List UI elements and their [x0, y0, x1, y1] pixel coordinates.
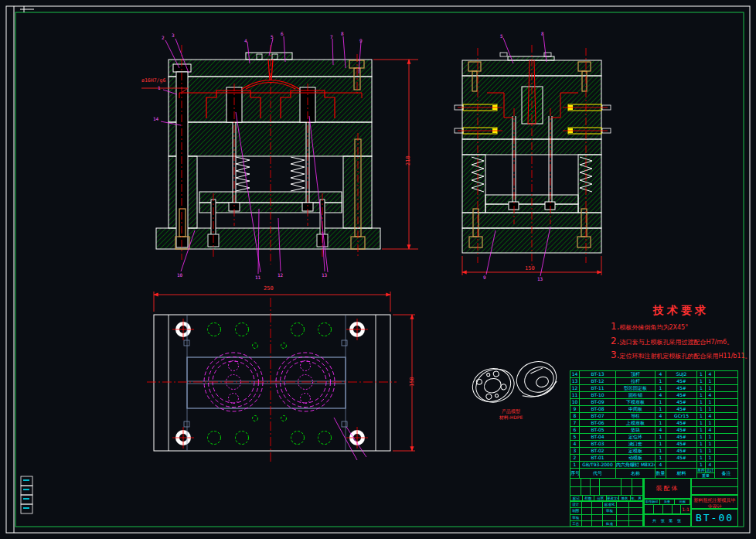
cell-qty: 1: [656, 378, 666, 385]
revision-label: 更改文件号: [607, 496, 619, 501]
cell-qty: 1: [656, 448, 666, 455]
plan-view: [147, 292, 415, 462]
revision-grid: 标记处数分区更改文件号签名年、月、日: [570, 478, 644, 501]
product-caption-line2: 材料:HDPE: [488, 414, 534, 421]
cell-total-weight: 1: [706, 434, 715, 441]
signature-role-label: [603, 515, 617, 521]
signature-role-label: 审核: [603, 508, 617, 514]
tech-requirement-item: 2.浇口套与上模板孔采用过渡配合H7/m6。: [611, 335, 751, 350]
cell-remark: [715, 420, 738, 427]
revision-label-row: 标记处数分区更改文件号签名年、月、日: [570, 496, 643, 501]
empty-cell: [621, 487, 632, 496]
cell-no: 7: [570, 420, 580, 427]
cell-remark: [715, 385, 738, 392]
cell-unit-weight: 1: [697, 448, 706, 455]
product-isometric-view: [468, 356, 561, 408]
cell-material: [666, 462, 697, 469]
cell-no: 6: [570, 427, 580, 434]
cell-name: 拉杆: [616, 378, 656, 385]
cell-remark: [715, 427, 738, 434]
revision-label: 签名: [619, 496, 632, 501]
empty-cell: [582, 502, 593, 508]
empty-cell: [582, 515, 593, 521]
empty-cell: [617, 515, 630, 521]
cell-remark: [715, 434, 738, 441]
material-mark-box: [691, 478, 738, 495]
empty-cell: [600, 487, 621, 496]
cell-qty: 4: [656, 427, 666, 434]
table-row: 4 BT-03 浇口套 1 45# 1 1: [570, 441, 738, 448]
empty-cell: [582, 521, 593, 527]
cell-qty: 1: [656, 399, 666, 406]
cell-total-weight: 1: [706, 406, 715, 413]
assembly-name-box: 装配体: [644, 478, 691, 499]
cell-no: 5: [570, 434, 580, 441]
cell-material: 45#: [666, 378, 697, 385]
empty-cell: [592, 515, 603, 521]
empty-cell: [617, 508, 630, 514]
signature-role-label: 设计: [570, 502, 582, 508]
cell-code: BT-10: [580, 392, 616, 399]
cell-code: BT-11: [580, 385, 616, 392]
tech-requirements-list: 1.模板外缘倒角均为2X45°2.浇口套与上模板孔采用过渡配合H7/m6。3.定…: [611, 320, 751, 363]
table-row: 11 BT-10 圆柱销 4 45# 1 4: [570, 392, 738, 399]
parts-table-rows: 14 BT-13 顶杆 4 SUJ2 1 4 13 BT-12 拉杆 1 45#…: [570, 371, 738, 469]
cell-no: 4: [570, 441, 580, 448]
cell-unit-weight: 1: [697, 455, 706, 462]
signature-role-label: 批准: [603, 521, 617, 527]
cell-qty: 4: [656, 462, 666, 469]
product-caption: 产品模型 材料:HDPE: [488, 408, 534, 421]
cell-code: BT-07: [580, 413, 616, 420]
cell-remark: [715, 378, 738, 385]
cell-unit-weight: 1: [697, 462, 706, 469]
cell-no: 14: [570, 371, 580, 378]
cell-total-weight: 1: [706, 448, 715, 455]
cell-qty: 4: [656, 413, 666, 420]
empty-cell: [673, 505, 681, 514]
title-block: 标记处数分区更改文件号签名年、月、日 设计 标准化 制图 审核 审核: [570, 478, 738, 527]
cell-code: BT-03: [580, 441, 616, 448]
cell-unit-weight: 1: [697, 385, 706, 392]
cell-material: 45#: [666, 448, 697, 455]
cell-name: 顶杆: [616, 371, 656, 378]
cell-no: 10: [570, 399, 580, 406]
empty-cell: [654, 505, 663, 514]
empty-cell: [632, 487, 643, 496]
revision-empty-row: [570, 479, 643, 487]
cell-code: BT-12: [580, 378, 616, 385]
project-name-box: 塑料瓶托注塑模具毕业设计: [691, 495, 738, 509]
empty-cell: [629, 515, 643, 521]
cell-qty: 1: [656, 441, 666, 448]
parts-list-table: 14 BT-13 顶杆 4 SUJ2 1 4 13 BT-12 拉杆 1 45#…: [570, 370, 738, 479]
cell-total-weight: 4: [706, 462, 715, 469]
revision-label: 处数: [583, 496, 595, 501]
empty-cell: [645, 505, 654, 514]
revision-label: 年、月、日: [631, 496, 643, 501]
cell-code: BT-06: [580, 420, 616, 427]
cell-name: 导柱: [616, 413, 656, 420]
cell-unit-weight: 1: [697, 371, 706, 378]
front-section-view: [141, 36, 418, 274]
cell-unit-weight: 1: [697, 413, 706, 420]
cell-remark: [715, 448, 738, 455]
stage-strip: 阶段标记质量比例: [644, 499, 691, 504]
cell-material: 45#: [666, 441, 697, 448]
technical-requirements: 技术要求 1.模板外缘倒角均为2X45°2.浇口套与上模板孔采用过渡配合H7/m…: [611, 304, 751, 363]
empty-cell: [581, 479, 591, 487]
cell-unit-weight: 1: [697, 378, 706, 385]
tech-requirement-item: 1.模板外缘倒角均为2X45°: [611, 320, 751, 335]
cell-unit-weight: 1: [697, 420, 706, 427]
product-caption-line1: 产品模型: [488, 408, 534, 414]
cell-name: 下模座板: [616, 399, 656, 406]
empty-cell: [629, 508, 643, 514]
cell-total-weight: 1: [706, 378, 715, 385]
stage-boxes: 1:1: [644, 504, 691, 514]
empty-cell: [663, 505, 673, 514]
signature-row: 工艺 批准: [570, 521, 643, 527]
cell-qty: 1: [656, 420, 666, 427]
cell-code: BT-04: [580, 434, 616, 441]
cell-unit-weight: 1: [697, 441, 706, 448]
cell-code: BT-01: [580, 455, 616, 462]
cell-code: BT-13: [580, 371, 616, 378]
signature-row: 设计 标准化: [570, 502, 643, 508]
